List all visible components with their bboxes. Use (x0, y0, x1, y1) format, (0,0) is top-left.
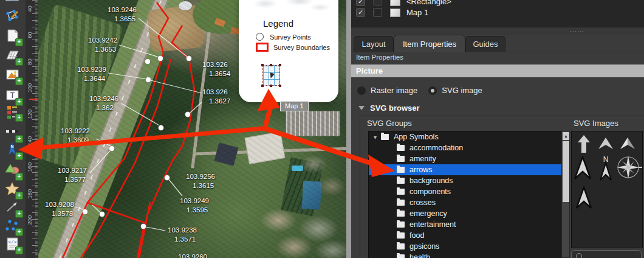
tab-layout[interactable]: Layout (354, 36, 394, 52)
add-scalebar-button[interactable]: + (5, 125, 22, 142)
outlined-chevron-arrow-icon[interactable] (574, 156, 592, 181)
collapse-triangle-icon (358, 106, 365, 110)
visibility-checkbox[interactable]: ✓ (356, 8, 365, 17)
item-label[interactable]: Map 1 (406, 8, 428, 17)
add-label-button[interactable]: T + (5, 88, 22, 105)
tab-guides[interactable]: Guides (465, 36, 505, 52)
survey-label: 103.92381.3571 (168, 226, 197, 244)
panel-splitter[interactable]: ∙∙∙∙∙ (346, 0, 351, 258)
tree-row-emergency[interactable]: emergency (369, 208, 562, 219)
svg-text:T: T (10, 91, 15, 100)
add-legend-button[interactable]: + (5, 103, 22, 120)
svg-browser-header[interactable]: SVG browser (358, 103, 420, 113)
tree-row-entertainment[interactable]: entertainment (369, 219, 562, 230)
tree-row-food[interactable]: food (369, 230, 562, 241)
tree-scrollbar[interactable]: ▲ (561, 131, 570, 258)
svg-groups-tree[interactable]: ▾ App Symbols accommodation amenity arro… (368, 131, 563, 258)
partial-tool-icon[interactable] (5, 0, 22, 10)
folder-icon (397, 243, 405, 249)
add-marker-button[interactable]: + (5, 181, 22, 198)
folder-icon (397, 189, 405, 195)
svg-search-input[interactable] (571, 250, 642, 258)
scroll-up-button[interactable]: ▲ (563, 132, 569, 140)
scrollbar-thumb[interactable] (563, 141, 569, 202)
ruler-tick-label: 140 (26, 138, 33, 146)
lock-checkbox[interactable] (373, 8, 382, 17)
survey-label: 103.92081.3578 (45, 200, 74, 218)
legend-title: Legend (263, 18, 293, 29)
add-page-button[interactable]: + (5, 28, 22, 45)
tree-row-crosses[interactable]: crosses (369, 197, 562, 208)
plus-badge: + (15, 173, 23, 181)
svg-image-radio[interactable] (428, 86, 437, 95)
survey-label: 103.92171.3577 (58, 166, 87, 184)
svg-images-grid[interactable]: N (571, 131, 643, 248)
chevron-arrow-icon[interactable] (597, 137, 614, 150)
edit-nodes-tool-button[interactable] (5, 9, 22, 26)
folder-icon (397, 178, 405, 184)
picture-section-header[interactable]: Picture (351, 64, 644, 77)
folder-icon (397, 221, 405, 228)
ruler-tick-label: 60 (26, 31, 33, 40)
layout-page-legend-card[interactable]: Legend Survey Points Survey Boundaries (239, 0, 338, 102)
cursor-position-marker (29, 99, 38, 100)
legend-item-survey-boundaries: Survey Boundaries (256, 43, 330, 52)
raster-image-label[interactable]: Raster image (371, 86, 417, 95)
plus-badge: + (15, 192, 23, 200)
rectangle-item-icon (390, 0, 400, 6)
add-map-button[interactable]: + (5, 47, 22, 64)
survey-label: 103.92561.3615 (186, 172, 215, 190)
item-row-map1[interactable]: ✓ Map 1 (351, 7, 644, 18)
add-html-button[interactable]: </> + (5, 236, 22, 253)
add-picture-button[interactable]: + (5, 67, 22, 84)
tree-row-arrows[interactable]: arrows (369, 164, 562, 175)
layout-items-list: ✓ <Rectangle> ✓ Map 1 (351, 0, 644, 27)
image-type-radios: Raster image SVG image (357, 86, 482, 95)
folder-icon (397, 156, 405, 162)
folder-icon (397, 167, 405, 173)
svg-image-label[interactable]: SVG image (442, 86, 482, 95)
folder-icon (397, 232, 405, 239)
survey-label: 103.92391.3644 (77, 65, 106, 83)
outlined-chevron-arrow-icon[interactable] (575, 186, 592, 211)
selected-svg-picture-item[interactable] (262, 65, 280, 86)
north-n-arrow-icon[interactable]: N (598, 155, 613, 181)
ruler-tick-label: 120 (26, 111, 33, 119)
divider-grip: ······ (570, 29, 584, 33)
tree-row-accommodation[interactable]: accommodation (369, 142, 562, 153)
survey-label: 103.9261.3654 (202, 60, 230, 78)
plus-badge: + (15, 228, 23, 236)
panel-divider[interactable]: ······ (351, 27, 644, 35)
up-block-arrow-icon[interactable] (577, 134, 591, 154)
folder-icon (397, 211, 405, 217)
tree-row-amenity[interactable]: amenity (369, 153, 562, 164)
half-filled-arrow-icon[interactable] (619, 137, 636, 150)
add-shape-button[interactable]: + (5, 162, 22, 180)
lock-checkbox[interactable] (373, 0, 382, 6)
tree-row-health[interactable]: health (369, 252, 562, 258)
tree-row-gpsicons[interactable]: gpsicons (369, 241, 562, 252)
add-arrow-button[interactable]: + (5, 200, 22, 217)
panel-tabs: Layout Item Properties Guides (351, 35, 644, 52)
folder-icon (397, 145, 405, 151)
ruler-tick-label: 100 (26, 85, 33, 93)
ruler-tick-label: 80 (26, 58, 33, 66)
compass-rose-icon[interactable] (615, 155, 643, 180)
add-node-item-button[interactable]: + (5, 218, 22, 235)
plus-badge: + (15, 38, 23, 46)
panel-title: Item Properties (356, 54, 403, 61)
tab-item-properties[interactable]: Item Properties (394, 35, 465, 52)
svg-text:N: N (10, 144, 13, 148)
item-label[interactable]: <Rectangle> (406, 0, 451, 6)
tree-row-backgrounds[interactable]: backgrounds (369, 175, 562, 186)
folder-icon (381, 134, 389, 140)
add-north-arrow-button[interactable]: N + (5, 142, 22, 159)
raster-image-radio[interactable] (357, 86, 366, 95)
visibility-checkbox[interactable]: ✓ (356, 0, 365, 6)
ruler-tick-label: 40 (26, 5, 33, 13)
tree-row-app-symbols[interactable]: ▾ App Symbols (369, 131, 562, 142)
qgis-layout-window: 103.92461.3655 103.92421.3653 103.92391.… (0, 0, 644, 258)
expander-icon[interactable]: ▾ (374, 134, 381, 141)
tree-row-components[interactable]: components (369, 186, 562, 197)
legend-item-survey-points: Survey Points (256, 33, 311, 41)
